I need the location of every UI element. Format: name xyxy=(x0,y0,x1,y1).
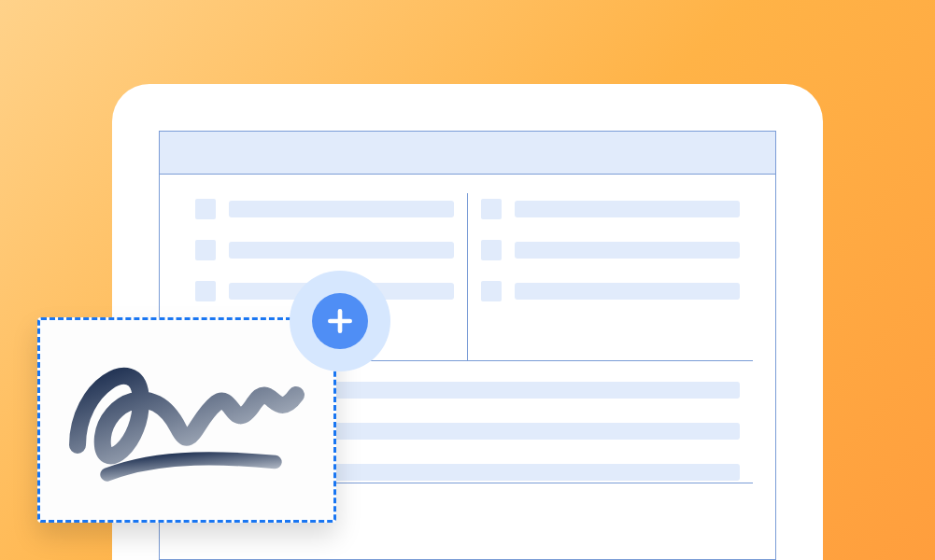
document-header-bar xyxy=(160,132,775,175)
placeholder-square xyxy=(481,199,502,219)
plus-icon xyxy=(325,306,355,336)
placeholder-bar xyxy=(229,242,454,259)
placeholder-square xyxy=(195,199,216,219)
add-signature-button[interactable] xyxy=(290,271,390,371)
list-item xyxy=(481,240,740,260)
placeholder-bar xyxy=(515,283,740,300)
signature-icon xyxy=(61,337,313,503)
right-column xyxy=(468,193,753,360)
list-item xyxy=(195,199,454,219)
list-item xyxy=(195,240,454,260)
signature-drop-zone[interactable] xyxy=(37,317,336,523)
placeholder-square xyxy=(195,281,216,301)
placeholder-square xyxy=(481,281,502,301)
list-item xyxy=(481,199,740,219)
placeholder-square xyxy=(481,240,502,260)
placeholder-bar xyxy=(229,201,454,217)
placeholder-bar xyxy=(515,201,740,217)
list-item xyxy=(481,281,740,301)
add-button-inner xyxy=(312,293,368,349)
placeholder-square xyxy=(195,240,216,260)
placeholder-bar xyxy=(515,242,740,259)
